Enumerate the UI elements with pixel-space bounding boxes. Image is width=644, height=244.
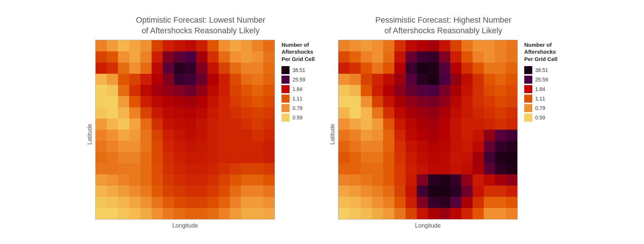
legend-color-5: [281, 104, 290, 112]
chart1-block: Optimistic Forecast: Lowest Numberof Aft…: [87, 15, 315, 229]
legend2-color-6: [524, 114, 532, 122]
chart1-xlabel: Longitude: [95, 222, 275, 229]
legend-item-6: 0.59: [281, 114, 315, 122]
charts-container: Optimistic Forecast: Lowest Numberof Aft…: [0, 8, 644, 236]
legend-color-3: [281, 85, 290, 93]
legend2-value-2: 25.59: [535, 77, 548, 83]
legend2-item-5: 0.79: [524, 104, 557, 112]
legend2-item-4: 1.11: [524, 95, 557, 103]
legend-color-6: [281, 114, 290, 122]
legend2-value-4: 1.11: [535, 96, 545, 102]
chart2-legend-title: Number ofAftershocksPer Grid Cell: [524, 41, 557, 63]
legend-item-1: 38.51: [281, 66, 315, 74]
legend2-value-6: 0.59: [535, 115, 545, 121]
chart2-with-yaxis: Latitude Longitude: [329, 40, 518, 229]
chart1-legend-items: 38.51 25.59 1.84 1.11: [281, 66, 315, 122]
chart2-xlabel: Longitude: [338, 222, 518, 229]
chart1-heatmap-container: Longitude: [95, 40, 275, 229]
legend2-value-1: 38.51: [535, 67, 548, 73]
legend2-color-1: [524, 66, 532, 74]
chart2-heatmap-container: Longitude: [338, 40, 518, 229]
legend-color-1: [281, 66, 290, 74]
legend-item-4: 1.11: [281, 95, 315, 103]
chart1-with-legend: Latitude Longitude Number ofAftershocksP…: [87, 40, 315, 229]
chart1-canvas: [95, 40, 275, 220]
legend2-item-3: 1.84: [524, 85, 557, 93]
legend2-item-6: 0.59: [524, 114, 557, 122]
legend-color-4: [281, 95, 290, 103]
chart2-ylabel: Latitude: [329, 124, 336, 145]
legend2-color-4: [524, 95, 532, 103]
legend-value-3: 1.84: [292, 86, 302, 92]
legend2-item-2: 25.59: [524, 76, 557, 84]
chart2-legend: Number ofAftershocksPer Grid Cell 38.51 …: [524, 41, 557, 122]
chart2-canvas: [338, 40, 518, 220]
chart1-legend-title: Number ofAftershocksPer Grid Cell: [281, 41, 315, 63]
legend-value-1: 38.51: [292, 67, 305, 73]
chart1-with-yaxis: Latitude Longitude: [87, 40, 275, 229]
legend-item-3: 1.84: [281, 85, 315, 93]
legend-color-2: [281, 76, 290, 84]
legend-value-6: 0.59: [292, 115, 302, 121]
legend2-value-5: 0.79: [535, 105, 545, 111]
chart2-title: Pessimistic Forecast: Highest Numberof A…: [375, 15, 511, 36]
legend2-value-3: 1.84: [535, 86, 545, 92]
chart2-block: Pessimistic Forecast: Highest Numberof A…: [329, 15, 557, 229]
legend2-color-5: [524, 104, 532, 112]
chart1-legend: Number ofAftershocksPer Grid Cell 38.51 …: [281, 41, 315, 122]
legend-value-2: 25.59: [292, 77, 305, 83]
legend-value-4: 1.11: [292, 96, 302, 102]
chart2-with-legend: Latitude Longitude Number ofAftershocksP…: [329, 40, 557, 229]
legend-item-5: 0.79: [281, 104, 315, 112]
legend2-color-3: [524, 85, 532, 93]
legend2-item-1: 38.51: [524, 66, 557, 74]
legend-value-5: 0.79: [292, 105, 302, 111]
chart1-title: Optimistic Forecast: Lowest Numberof Aft…: [136, 15, 265, 36]
chart1-ylabel: Latitude: [87, 124, 93, 145]
legend2-color-2: [524, 76, 532, 84]
chart2-legend-items: 38.51 25.59 1.84 1.11: [524, 66, 557, 122]
legend-item-2: 25.59: [281, 76, 315, 84]
